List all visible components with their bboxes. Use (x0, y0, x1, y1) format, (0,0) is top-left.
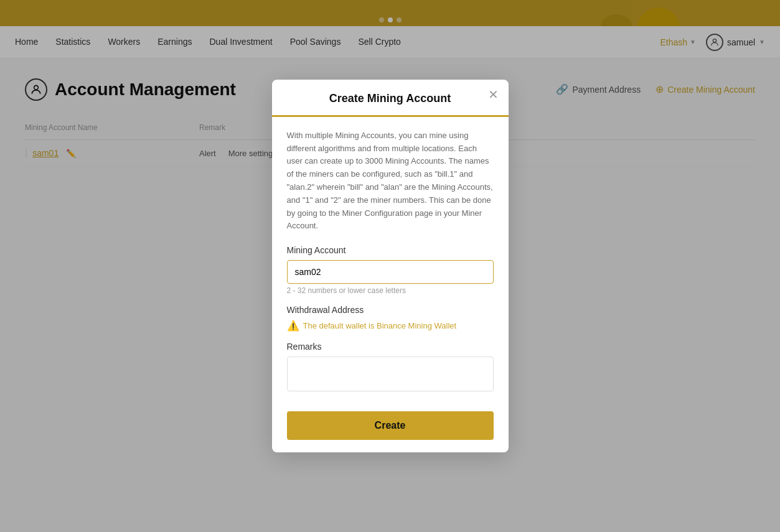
modal-overlay[interactable]: Create Mining Account ✕ With multiple Mi… (0, 0, 780, 187)
modal-title: Create Mining Account (287, 92, 494, 105)
modal-header: Create Mining Account ✕ (272, 80, 509, 117)
modal-close-button[interactable]: ✕ (488, 88, 499, 101)
create-mining-account-modal: Create Mining Account ✕ With multiple Mi… (272, 80, 509, 187)
modal-info-text: With multiple Mining Accounts, you can m… (287, 129, 494, 187)
modal-body: With multiple Mining Accounts, you can m… (272, 117, 509, 187)
